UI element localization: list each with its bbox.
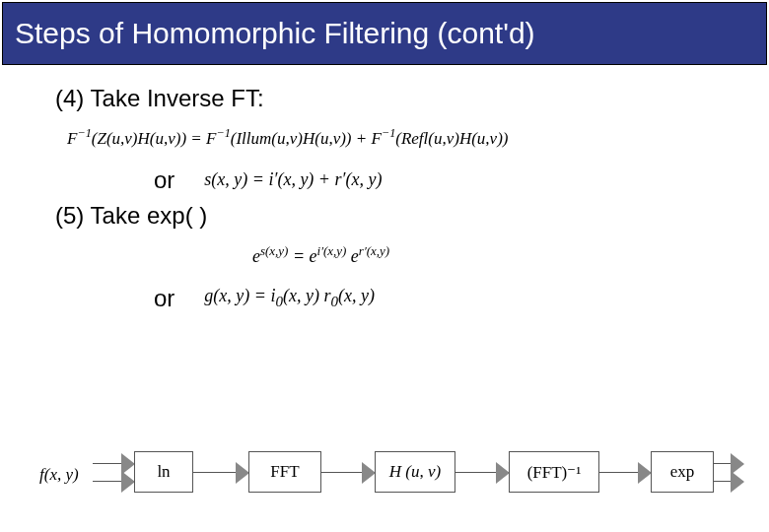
arrow-icon [193, 472, 248, 473]
arrow-icon [455, 472, 509, 473]
arrow-icon [93, 481, 134, 482]
pipeline-stage-ifft: (FFT)⁻¹ [509, 451, 599, 493]
pipeline-stage-fft: FFT [248, 451, 321, 493]
step4-alt-row: or s(x, y) = i′(x, y) + r′(x, y) [55, 166, 769, 194]
pipeline-stage-exp: exp [651, 451, 714, 493]
slide-body: (4) Take Inverse FT: F−1(Z(u,v)H(u,v)) =… [0, 67, 769, 312]
arrow-icon [714, 463, 743, 464]
step5-or: or [154, 285, 175, 312]
step4-label: (4) Take Inverse FT: [55, 85, 769, 112]
step5-alt-equation: g(x, y) = i0(x, y) r0(x, y) [204, 286, 375, 310]
pipeline-input: f(x, y) [39, 465, 79, 485]
arrow-icon [321, 472, 375, 473]
arrow-icon [599, 472, 651, 473]
step4-or: or [154, 166, 175, 194]
step5-label: (5) Take exp( ) [55, 202, 769, 230]
arrow-icon [93, 463, 134, 464]
arrow-icon [714, 481, 743, 482]
pipeline-stage-ln: ln [134, 451, 193, 493]
slide-title: Steps of Homomorphic Filtering (cont'd) [2, 2, 767, 65]
step5-alt-row: or g(x, y) = i0(x, y) r0(x, y) [55, 285, 769, 312]
step4-equation: F−1(Z(u,v)H(u,v)) = F−1(Illum(u,v)H(u,v)… [67, 126, 769, 149]
pipeline-stage-filter: H (u, v) [375, 451, 455, 493]
step4-alt-equation: s(x, y) = i′(x, y) + r′(x, y) [204, 169, 382, 190]
step5-equation: es(x,y) = ei′(x,y) er′(x,y) [252, 243, 769, 267]
pipeline-diagram: f(x, y) ln FFT H (u, v) (FFT)⁻¹ exp [39, 443, 745, 508]
